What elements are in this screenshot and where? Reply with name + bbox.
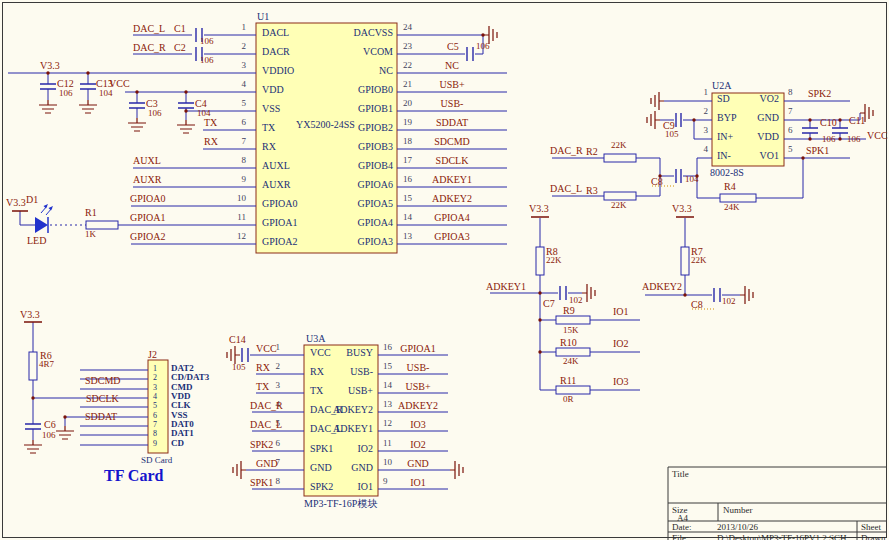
resistor-r1 xyxy=(86,221,118,229)
j2-pin-name: CLK xyxy=(171,401,191,410)
net-label: VCC xyxy=(256,344,277,354)
u3-pin-name: ADKEY2 xyxy=(315,405,373,415)
u1-pin-name: GPIOA5 xyxy=(321,199,393,209)
net-label-dac-l: DAC_L xyxy=(550,184,582,194)
c8b-ref: C8 xyxy=(691,300,703,310)
power-label-v33: V3.3 xyxy=(40,61,60,71)
net-label: SPK2 xyxy=(250,440,273,450)
net-label-tx: TX xyxy=(204,118,217,128)
c14-value: 105 xyxy=(232,363,246,372)
c12-value: 106 xyxy=(59,89,73,98)
net-label-sdcmd: SDCMD xyxy=(85,376,121,386)
u2-pin-name: VO1 xyxy=(731,151,779,161)
u3-pin-name: IO2 xyxy=(315,444,373,454)
u1-pin-name: GPIOB2 xyxy=(321,123,393,133)
net-label: GPIOA3 xyxy=(397,232,507,242)
u1-pin-name: DACR xyxy=(262,47,290,57)
d1-value: LED xyxy=(27,236,46,246)
u1-pin-name: GPIOB3 xyxy=(321,142,393,152)
net-label: IO3 xyxy=(380,420,456,430)
c14-ref: C14 xyxy=(229,335,246,345)
u3-pin-name: USB- xyxy=(315,367,373,377)
titleblock-title-label: Title xyxy=(672,469,689,479)
net-label: GPIOA1 xyxy=(380,344,456,354)
c5-value: 106 xyxy=(476,42,490,51)
u3-part-number: MP3-TF-16P模块 xyxy=(304,499,377,509)
r6-value: 4R7 xyxy=(39,360,54,369)
u1-pin-number: 3 xyxy=(228,61,246,70)
r8-value: 22K xyxy=(546,256,562,265)
j2-pin-name: DAT1 xyxy=(171,429,194,438)
r4-value: 24K xyxy=(724,203,740,212)
u3-ref: U3A xyxy=(306,334,325,344)
c1-ref: C1 xyxy=(174,24,186,34)
u1-pin-number: 1 xyxy=(228,23,246,32)
r1-ref: R1 xyxy=(85,208,97,218)
u1-pin-name: GPIOB1 xyxy=(321,104,393,114)
u1-pin-name: GPIOA0 xyxy=(262,199,298,209)
net-label: SDDAT xyxy=(397,118,507,128)
u1-pin-number: 6 xyxy=(228,118,246,127)
power-label-vcc: VCC xyxy=(867,131,888,141)
j2-pin-number: 5 xyxy=(149,402,161,410)
title-block-grid xyxy=(668,467,886,540)
u3-pin-name: USB+ xyxy=(315,386,373,396)
j2-pin-number: 8 xyxy=(149,430,161,438)
u2-part-number: 8002-8S xyxy=(710,168,744,178)
net-label-io3: IO3 xyxy=(613,377,629,387)
net-label-sddat: SDDAT xyxy=(85,412,117,422)
net-label-spk2: SPK2 xyxy=(808,89,831,99)
ground-icon xyxy=(128,118,146,131)
u2-pin-name: SD xyxy=(717,94,730,104)
titleblock-drawn-label: Drawn xyxy=(861,533,886,540)
u1-pin-name: DACVSS xyxy=(321,28,393,38)
resistor-r9 xyxy=(556,316,590,324)
net-label-dac-r: DAC_R xyxy=(133,43,166,53)
c7-value: 102 xyxy=(569,296,583,305)
net-label-auxr: AUXR xyxy=(133,175,161,185)
u1-pin-name: RX xyxy=(262,142,276,152)
u1-pin-number: 7 xyxy=(228,137,246,146)
u2-pin-number: 5 xyxy=(788,145,793,154)
u2-pin-name: GND xyxy=(731,113,779,123)
u1-pin-name: GPIOA6 xyxy=(321,180,393,190)
tf-card-title: TF Card xyxy=(104,467,163,485)
net-label-gpioa2: GPIOA2 xyxy=(130,232,166,242)
u2-pin-name: VDD xyxy=(731,132,779,142)
j2-pin-number: 4 xyxy=(149,393,161,401)
c8b-value: 102 xyxy=(722,297,736,306)
u1-pin-number: 8 xyxy=(228,156,246,165)
u1-pin-number: 2 xyxy=(228,42,246,51)
ground-icon xyxy=(39,100,57,113)
net-label: TX xyxy=(256,382,269,392)
u1-pin-name: GPIOB0 xyxy=(321,85,393,95)
r1-value: 1K xyxy=(85,230,96,239)
u1-pin-name: AUXL xyxy=(262,161,290,171)
led-diode-icon xyxy=(35,204,53,233)
net-label: GND xyxy=(256,459,278,469)
resistor-r11 xyxy=(556,386,590,394)
j2-pin-name: CD xyxy=(171,439,184,448)
r10-value: 24K xyxy=(563,357,579,366)
net-label: IO1 xyxy=(380,478,456,488)
r11-ref: R11 xyxy=(560,376,576,386)
net-label: ADKEY2 xyxy=(380,401,456,411)
c1-value: 106 xyxy=(200,37,214,46)
r9-ref: R9 xyxy=(563,306,575,316)
u2-pin-number: 6 xyxy=(788,126,793,135)
u2-pin-name: IN- xyxy=(717,151,731,161)
net-label: ADKEY1 xyxy=(397,175,507,185)
titleblock-sheet-label: Sheet xyxy=(861,522,881,532)
u1-pin-name: TX xyxy=(262,123,275,133)
c9-value: 105 xyxy=(665,130,679,139)
u2-pin-number: 8 xyxy=(788,88,793,97)
c3-value: 106 xyxy=(148,109,162,118)
schematic-sheet: U1 YX5200-24SS 1 2 3 4 5 6 7 8 9 10 11 1… xyxy=(0,0,889,540)
u1-pin-name: VDDIO xyxy=(262,66,294,76)
resistor-r7 xyxy=(681,247,689,275)
net-label: RX xyxy=(256,363,270,373)
titleblock-file-label: File: xyxy=(672,533,689,540)
net-label-rx: RX xyxy=(204,137,218,147)
r7-value: 22K xyxy=(691,256,707,265)
u1-ref: U1 xyxy=(257,12,269,22)
